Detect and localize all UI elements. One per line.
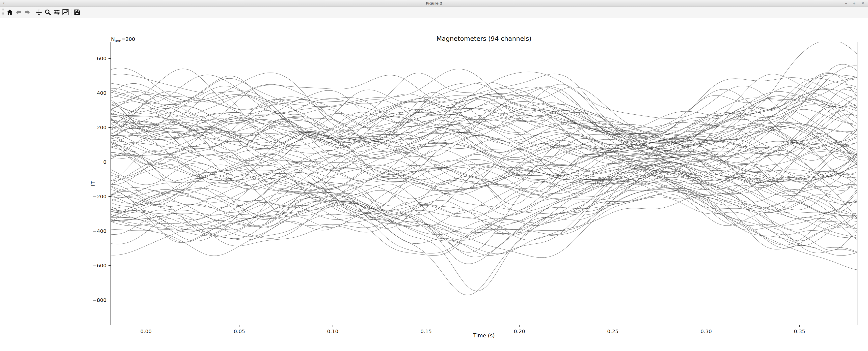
x-tick-mark bbox=[706, 325, 707, 327]
channel-trace bbox=[111, 152, 857, 229]
channel-trace bbox=[111, 66, 857, 150]
channel-trace bbox=[111, 163, 857, 228]
plot-title: Magnetometers (94 channels) bbox=[111, 36, 858, 42]
save-icon bbox=[74, 9, 81, 15]
back-button[interactable] bbox=[14, 8, 23, 16]
pan-icon bbox=[36, 9, 42, 15]
channel-trace bbox=[111, 188, 857, 252]
channel-trace bbox=[111, 172, 857, 295]
channel-trace bbox=[111, 150, 857, 252]
y-tick-label: −600 bbox=[83, 262, 106, 269]
y-tick-label: 0 bbox=[83, 159, 106, 165]
subplots-button[interactable] bbox=[52, 8, 61, 16]
channel-trace bbox=[111, 109, 857, 166]
save-button[interactable] bbox=[73, 8, 82, 16]
y-tick-mark bbox=[108, 196, 111, 197]
window-controls: – + ✕ bbox=[845, 0, 865, 6]
y-tick-label: 200 bbox=[83, 125, 106, 131]
y-tick-mark bbox=[108, 265, 111, 266]
y-tick-mark bbox=[108, 58, 111, 59]
x-tick-mark bbox=[333, 325, 333, 327]
x-tick-mark bbox=[239, 325, 240, 327]
pan-button[interactable] bbox=[35, 8, 43, 16]
customize-button[interactable] bbox=[61, 8, 70, 16]
y-tick-mark bbox=[108, 93, 111, 93]
y-tick-label: −800 bbox=[83, 297, 106, 303]
y-tick-label: 400 bbox=[83, 90, 106, 96]
home-icon bbox=[6, 9, 13, 15]
zoom-icon bbox=[44, 9, 51, 15]
y-tick-mark bbox=[108, 162, 111, 162]
home-button[interactable] bbox=[5, 8, 14, 16]
y-tick-mark bbox=[108, 127, 111, 128]
x-tick-mark bbox=[519, 325, 520, 327]
forward-arrow-icon bbox=[24, 9, 31, 15]
channel-trace bbox=[111, 160, 857, 218]
y-tick-mark bbox=[108, 300, 111, 301]
window-title: Figure 2 bbox=[426, 0, 442, 6]
zoom-button[interactable] bbox=[43, 8, 52, 16]
maximize-button[interactable]: + bbox=[852, 0, 856, 6]
figure-window: ▾ Figure 2 – + ✕ bbox=[0, 0, 868, 351]
channel-trace bbox=[111, 185, 857, 291]
channel-trace bbox=[111, 175, 857, 240]
x-tick-mark bbox=[799, 325, 800, 327]
axes-area[interactable] bbox=[111, 42, 858, 325]
channel-trace bbox=[111, 110, 857, 157]
y-tick-label: −400 bbox=[83, 228, 106, 234]
channel-trace bbox=[111, 121, 857, 188]
x-tick-mark bbox=[146, 325, 146, 327]
subplots-sliders-icon bbox=[53, 9, 60, 15]
x-tick-mark bbox=[426, 325, 427, 327]
y-tick-label: 600 bbox=[83, 56, 106, 62]
y-tick-label: −200 bbox=[83, 194, 106, 200]
close-button[interactable]: ✕ bbox=[861, 0, 865, 6]
channel-trace bbox=[111, 154, 857, 194]
toolbar-separator bbox=[71, 9, 71, 16]
x-axis-label: Time (s) bbox=[111, 332, 858, 339]
channel-trace bbox=[111, 83, 857, 134]
minimize-button[interactable]: – bbox=[845, 0, 847, 6]
matplotlib-toolbar bbox=[0, 7, 868, 17]
customize-axes-icon bbox=[62, 9, 69, 15]
back-arrow-icon bbox=[15, 9, 22, 15]
toolbar-separator bbox=[33, 9, 33, 16]
channel-trace bbox=[111, 135, 857, 192]
channel-trace bbox=[111, 146, 857, 216]
window-titlebar[interactable]: ▾ Figure 2 – + ✕ bbox=[0, 0, 868, 7]
toolbar-grip-handle[interactable] bbox=[1, 8, 4, 16]
x-tick-mark bbox=[613, 325, 613, 327]
channel-trace bbox=[111, 127, 857, 163]
figure-canvas[interactable]: Nave=200 Magnetometers (94 channels) 0.0… bbox=[0, 17, 868, 351]
channel-trace bbox=[111, 178, 857, 248]
channel-trace bbox=[111, 64, 857, 149]
channel-trace bbox=[111, 166, 857, 228]
forward-button[interactable] bbox=[23, 8, 32, 16]
window-menu-icon[interactable]: ▾ bbox=[3, 1, 4, 5]
channel-trace bbox=[111, 143, 857, 181]
channel-traces bbox=[111, 42, 857, 325]
y-axis-label: fT bbox=[90, 181, 96, 186]
channel-trace bbox=[111, 181, 857, 257]
channel-trace bbox=[111, 156, 857, 264]
y-tick-mark bbox=[108, 231, 111, 231]
